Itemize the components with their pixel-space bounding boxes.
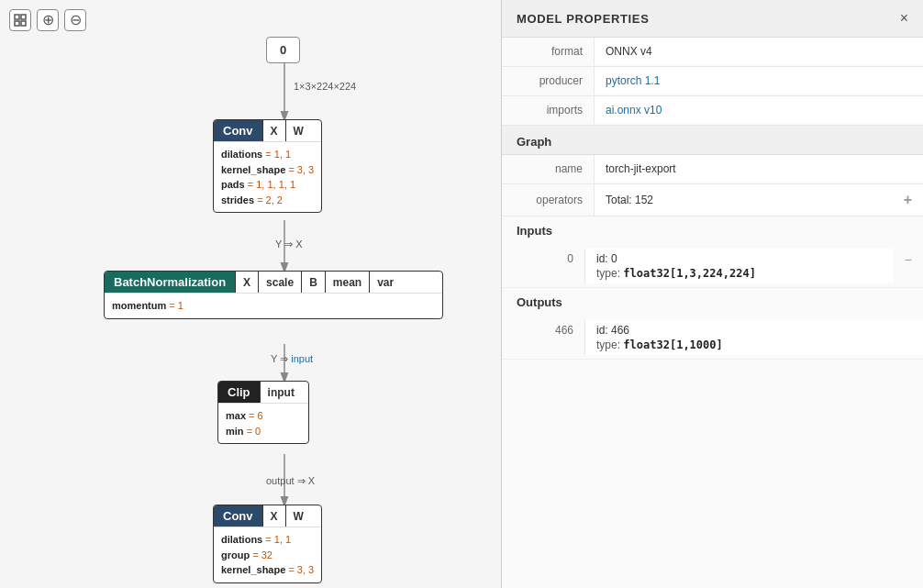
graph-section-header: Graph	[502, 126, 923, 155]
svg-rect-1	[21, 15, 26, 19]
operators-row: operators Total: 152 +	[502, 184, 923, 216]
batchnorm-input-x: X	[235, 272, 258, 293]
conv2-props: dilations = 1, 1 group = 32 kernel_shape…	[214, 527, 321, 582]
svg-rect-0	[15, 15, 19, 19]
zoom-out-button[interactable]: ⊖	[64, 9, 86, 31]
panel-header: MODEL PROPERTIES ×	[502, 0, 923, 38]
close-button[interactable]: ×	[900, 11, 908, 26]
conv1-title: Conv	[214, 120, 262, 141]
batchnorm-input-mean: mean	[325, 272, 369, 293]
conv2-node[interactable]: Conv X W dilations = 1, 1 group = 32 ker…	[213, 505, 322, 583]
imports-value: ai.onnx v10	[594, 96, 923, 124]
batchnorm-title: BatchNormalization	[105, 272, 235, 293]
conv1-input-w: W	[285, 120, 311, 141]
panel-title: MODEL PROPERTIES	[517, 12, 650, 26]
imports-label: imports	[502, 96, 594, 124]
edge-label-1: Y ⇒ X	[275, 239, 303, 250]
input-item-0: 0 id: 0 type: float32[1,3,224,224] −	[502, 245, 923, 288]
fit-button[interactable]	[9, 9, 31, 31]
zoom-in-button[interactable]: ⊕	[37, 9, 59, 31]
output-466-id-label: id: 466	[596, 324, 912, 337]
properties-panel: MODEL PROPERTIES × format ONNX v4 produc…	[501, 0, 923, 588]
batchnorm-node[interactable]: BatchNormalization X scale B mean var mo…	[104, 271, 443, 319]
output-item-466: 466 id: 466 type: float32[1,1000]	[502, 316, 923, 360]
inputs-section-header: Inputs	[502, 216, 923, 245]
svg-rect-3	[21, 21, 26, 26]
edge-label-0: 1×3×224×224	[294, 81, 356, 92]
expand-operators-button[interactable]: +	[904, 192, 912, 208]
format-value: ONNX v4	[594, 38, 923, 65]
edge-label-2: Y ⇒ input	[271, 353, 313, 365]
input-0-id-label: id: 0	[596, 252, 883, 265]
collapse-input-button[interactable]: −	[894, 249, 923, 271]
panel-body: format ONNX v4 producer pytorch 1.1 impo…	[502, 38, 923, 588]
operators-value: Total: 152 +	[594, 184, 923, 216]
name-label: name	[502, 155, 594, 183]
input-0-details: id: 0 type: float32[1,3,224,224]	[584, 249, 894, 283]
producer-row: producer pytorch 1.1	[502, 67, 923, 96]
name-row: name torch-jit-export	[502, 155, 923, 184]
clip-input: input	[260, 382, 302, 403]
graph-canvas: ⊕ ⊖ 0 1×3×224×224 Conv X W	[0, 0, 501, 588]
batchnorm-input-var: var	[369, 272, 401, 293]
outputs-section-header: Outputs	[502, 288, 923, 316]
input-0-id: 0	[502, 249, 584, 269]
clip-title: Clip	[218, 382, 260, 403]
conv1-node[interactable]: Conv X W dilations = 1, 1 kernel_shape =…	[213, 119, 322, 213]
format-label: format	[502, 38, 594, 65]
batchnorm-props: momentum = 1	[105, 293, 442, 318]
svg-rect-2	[15, 21, 19, 26]
input-0-type: type: float32[1,3,224,224]	[596, 267, 883, 280]
operators-label: operators	[502, 186, 594, 214]
conv2-input-w: W	[285, 505, 311, 527]
input-node-0[interactable]: 0	[266, 37, 300, 63]
clip-node[interactable]: Clip input max = 6 min = 0	[217, 381, 309, 444]
output-466-type: type: float32[1,1000]	[596, 338, 912, 351]
imports-row: imports ai.onnx v10	[502, 96, 923, 126]
producer-label: producer	[502, 67, 594, 94]
batchnorm-input-b: B	[301, 272, 325, 293]
batchnorm-input-scale: scale	[258, 272, 301, 293]
name-value: torch-jit-export	[594, 155, 923, 183]
clip-props: max = 6 min = 0	[218, 403, 308, 443]
producer-value: pytorch 1.1	[594, 67, 923, 94]
format-row: format ONNX v4	[502, 38, 923, 67]
output-466-id: 466	[502, 320, 584, 340]
conv1-props: dilations = 1, 1 kernel_shape = 3, 3 pad…	[214, 141, 321, 212]
conv1-input-x: X	[262, 120, 285, 141]
toolbar: ⊕ ⊖	[9, 9, 86, 31]
conv2-title: Conv	[214, 505, 262, 527]
edge-label-3: output ⇒ X	[266, 475, 315, 487]
conv2-input-x: X	[262, 505, 285, 527]
output-466-details: id: 466 type: float32[1,1000]	[584, 320, 923, 355]
